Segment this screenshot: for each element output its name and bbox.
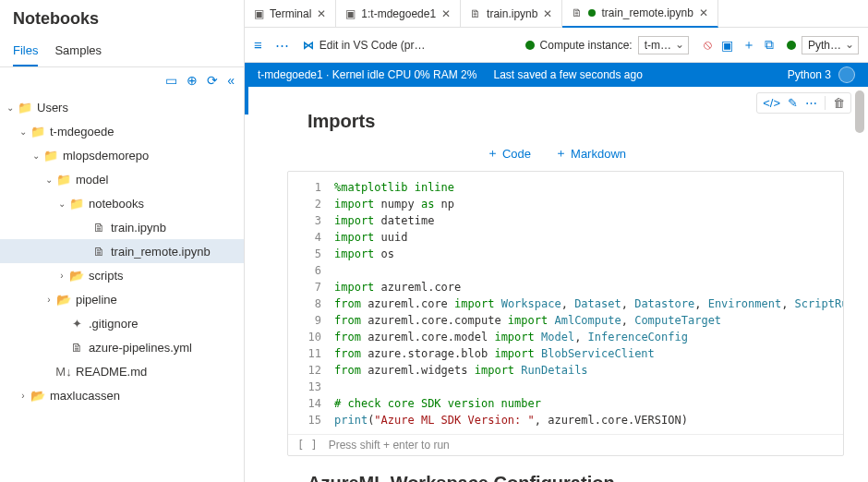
refresh-icon[interactable]: ⟳ — [207, 73, 218, 88]
run-hint: Press shift + enter to run — [329, 439, 450, 452]
add-markdown-button[interactable]: ＋Markdown — [555, 145, 626, 162]
add-code-button[interactable]: ＋Code — [487, 145, 531, 162]
folder-view-icon[interactable]: ▭ — [165, 73, 177, 88]
editor-tabs: ▣Terminal✕ ▣1:t-mdegoede1✕ 🗎train.ipynb✕… — [245, 0, 868, 28]
vscode-icon: ⋈ — [303, 39, 314, 52]
tree-row-users[interactable]: ⌄📁Users — [0, 95, 244, 119]
status-bar: t-mdegoede1 · Kernel idle CPU 0% RAM 2% … — [245, 63, 868, 87]
exec-count: [ ] — [297, 439, 318, 452]
tree-row-scripts[interactable]: ›📂scripts — [0, 263, 244, 287]
plus-icon: ＋ — [555, 145, 567, 162]
stop-icon[interactable]: ⦸ — [704, 37, 712, 53]
tab-t1[interactable]: ▣1:t-mdegoede1✕ — [336, 0, 461, 27]
main-area: ▣Terminal✕ ▣1:t-mdegoede1✕ 🗎train.ipynb✕… — [245, 0, 868, 482]
status-dot-icon — [525, 41, 535, 50]
status-dot-icon — [787, 41, 796, 50]
terminal-icon: ▣ — [254, 7, 264, 20]
notebook-icon: 🗎 — [470, 7, 481, 20]
tab-samples[interactable]: Samples — [54, 40, 102, 66]
tree-row-train[interactable]: ·🗎train.ipynb — [0, 215, 244, 239]
collapse-icon[interactable]: « — [227, 73, 235, 88]
sidebar-title: Notebooks — [0, 0, 244, 34]
sidebar: Notebooks Files Samples ▭ ⊕ ⟳ « ⌄📁Users … — [0, 0, 245, 482]
status-python: Python 3 — [788, 68, 831, 81]
notebook-icon: 🗎 — [572, 6, 583, 19]
status-saved: Last saved a few seconds ago — [493, 68, 642, 81]
tree-row-mlops[interactable]: ⌄📁mlopsdemorepo — [0, 143, 244, 167]
unsaved-dot-icon — [588, 9, 596, 17]
tree-row-azurepipe[interactable]: ·🗎azure-pipelines.yml — [0, 335, 244, 359]
cell-footer: [ ] Press shift + enter to run — [288, 434, 843, 455]
tree-row-gitignore[interactable]: ·✦.gitignore — [0, 311, 244, 335]
kernel-select[interactable]: Pyth… — [802, 36, 859, 54]
add-icon[interactable]: ⊕ — [187, 73, 198, 88]
plus-icon: ＋ — [487, 145, 499, 162]
terminal-open-icon[interactable]: ▣ — [721, 38, 733, 53]
add-compute-icon[interactable]: ＋ — [742, 37, 755, 54]
add-cell-row: ＋Code ＋Markdown — [269, 145, 844, 162]
close-icon[interactable]: ✕ — [699, 6, 708, 19]
section-imports: Imports — [307, 111, 844, 132]
code-view-icon[interactable]: </> — [763, 96, 780, 110]
scrollbar[interactable] — [855, 90, 864, 133]
code-cell[interactable]: 1%matplotlib inline 2import numpy as np … — [287, 171, 844, 456]
close-icon[interactable]: ✕ — [317, 7, 326, 20]
edit-icon[interactable]: ✎ — [788, 96, 798, 110]
tab-files[interactable]: Files — [13, 40, 38, 66]
code-editor[interactable]: 1%matplotlib inline 2import numpy as np … — [288, 172, 843, 434]
status-left: t-mdegoede1 · Kernel idle CPU 0% RAM 2% — [258, 68, 476, 81]
tree-row-notebooks[interactable]: ⌄📁notebooks — [0, 191, 244, 215]
tab-train[interactable]: 🗎train.ipynb✕ — [461, 0, 562, 27]
more-icon[interactable]: ⋯ — [805, 96, 817, 110]
file-tree: ⌄📁Users ⌄📁t-mdegoede ⌄📁mlopsdemorepo ⌄📁m… — [0, 93, 244, 482]
tree-row-pipeline[interactable]: ›📂pipeline — [0, 287, 244, 311]
compute-label: Compute instance: — [540, 39, 633, 52]
sidebar-tabs: Files Samples — [0, 34, 244, 67]
tab-train-remote[interactable]: 🗎train_remote.ipynb✕ — [562, 0, 717, 28]
cell-accent — [245, 87, 248, 114]
sidebar-toolbar: ▭ ⊕ ⟳ « — [0, 67, 244, 93]
notebook-area[interactable]: </> ✎ ⋯ 🗑 Imports ＋Code ＋Markdown 1%matp… — [245, 87, 868, 482]
terminal-icon: ▣ — [345, 7, 356, 20]
tree-row-readme[interactable]: ·M↓README.md — [0, 359, 244, 383]
notebook-toolbar: ≡ ⋯ ⋈Edit in VS Code (pr… Compute instan… — [245, 28, 868, 63]
close-icon[interactable]: ✕ — [441, 7, 451, 20]
tree-row-train-remote[interactable]: ·🗎train_remote.ipynb — [0, 239, 244, 263]
trash-icon[interactable]: 🗑 — [825, 96, 845, 110]
avatar-icon[interactable] — [838, 66, 855, 83]
compute-select[interactable]: t-m… — [638, 36, 689, 54]
tab-terminal[interactable]: ▣Terminal✕ — [245, 0, 336, 27]
tree-row-maxlucassen[interactable]: ›📂maxlucassen — [0, 383, 244, 407]
menu-icon[interactable]: ≡ — [254, 37, 262, 53]
manage-icon[interactable]: ⧉ — [765, 37, 774, 53]
section-workspace: AzureML Workspace Configuration — [307, 473, 844, 482]
cell-toolbar: </> ✎ ⋯ 🗑 — [756, 92, 851, 114]
edit-in-vscode[interactable]: ⋈Edit in VS Code (pr… — [303, 39, 426, 52]
more-icon[interactable]: ⋯ — [275, 37, 290, 54]
tree-row-tmdegoede[interactable]: ⌄📁t-mdegoede — [0, 119, 244, 143]
tree-row-model[interactable]: ⌄📁model — [0, 167, 244, 191]
close-icon[interactable]: ✕ — [543, 7, 552, 20]
